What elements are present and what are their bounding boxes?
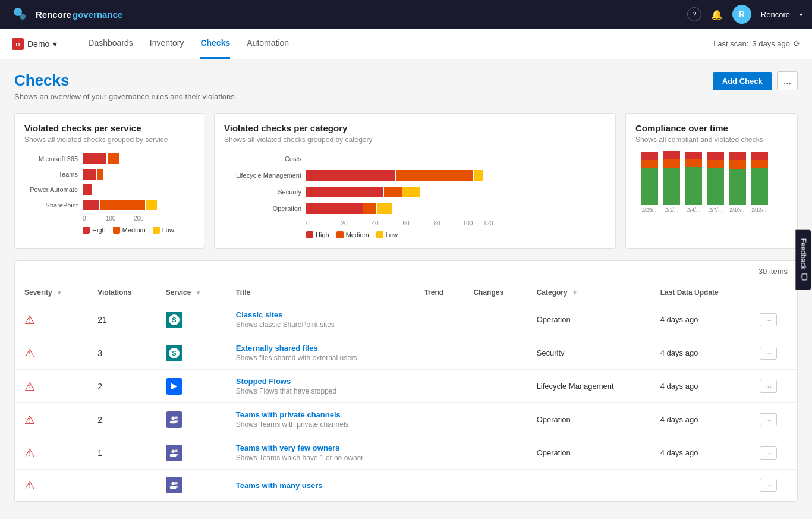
page-title-area: Checks Shows an overview of your governa…: [14, 71, 235, 101]
logo-area: Rencore governance: [10, 4, 680, 25]
refresh-icon[interactable]: ⟳: [794, 39, 800, 48]
severity-cell: ⚠: [15, 470, 88, 501]
last-update-cell: 4 days ago: [651, 436, 750, 470]
check-description: Shows Flows that have stopped: [236, 387, 405, 395]
bar-label: Power Automate: [24, 186, 78, 193]
trend-cell: [414, 370, 464, 403]
page-content: Checks Shows an overview of your governa…: [0, 59, 812, 514]
check-title[interactable]: Externally shared files: [236, 344, 405, 353]
service-cell: [156, 436, 226, 470]
last-update-text: 4 days ago: [660, 315, 698, 324]
check-title[interactable]: Teams with private channels: [236, 410, 405, 419]
check-title[interactable]: Classic sites: [236, 310, 405, 319]
chart-per-category-subtitle: Shows all violated checks grouped by cat…: [224, 136, 606, 144]
severity-high-icon: ⚠: [24, 446, 35, 460]
sharepoint-icon: S: [166, 312, 182, 328]
app-name: Rencore: [36, 10, 71, 20]
violations-count: 2: [97, 415, 102, 424]
severity-cell: ⚠: [15, 370, 88, 403]
compliance-bars: 1/29/... 2/1/... 2/4/...: [635, 153, 788, 213]
feedback-tab[interactable]: Feedback: [796, 229, 811, 290]
table-row: ⚠ 3 S Externally shared files Shows file…: [15, 336, 797, 370]
legend-dot-low: [153, 227, 160, 234]
table-row: ⚠ 2: [15, 403, 797, 436]
last-update-text: 4 days ago: [660, 348, 698, 357]
comp-bar-medium: [641, 160, 658, 168]
severity-high-icon: ⚠: [24, 479, 35, 492]
tab-inventory[interactable]: Inventory: [150, 29, 184, 59]
violations-count: 1: [97, 448, 102, 458]
tab-automation[interactable]: Automation: [247, 29, 289, 59]
category-legend: High Medium Low: [224, 231, 606, 238]
hbar-label: Security: [224, 188, 301, 196]
comp-bar-group-2: 2/1/...: [662, 151, 681, 213]
last-update-cell: 4 days ago: [651, 303, 750, 336]
violations-cell: 3: [88, 336, 156, 370]
user-name[interactable]: Rencore: [761, 10, 790, 19]
check-description: Shows files shared with external users: [236, 354, 405, 362]
severity-high-icon: ⚠: [24, 380, 35, 393]
table-header-row: 30 items: [15, 261, 797, 282]
violations-count: 2: [97, 382, 102, 391]
tab-dashboards[interactable]: Dashboards: [88, 29, 133, 59]
comp-bar-medium: [707, 160, 724, 168]
row-more-button[interactable]: ···: [760, 479, 778, 492]
last-update-text: 4 days ago: [660, 448, 698, 457]
filter-icon[interactable]: ▼: [572, 290, 578, 296]
notification-icon[interactable]: 🔔: [711, 9, 723, 20]
severity-cell: ⚠: [15, 303, 88, 336]
legend-low: Low: [376, 231, 398, 238]
changes-cell: [464, 336, 527, 370]
check-title[interactable]: Stopped Flows: [236, 377, 405, 386]
help-icon[interactable]: ?: [687, 7, 701, 21]
chart-per-service-title: Violated checks per service: [24, 123, 194, 133]
comp-bar-group-1: 1/29/...: [640, 152, 659, 213]
violations-cell: 21: [88, 303, 156, 336]
bar-high: [83, 153, 106, 164]
table-row: ⚠ 21 S Classic sites Shows classic Share…: [15, 303, 797, 336]
more-options-button[interactable]: ...: [777, 71, 798, 90]
col-title: Title: [226, 282, 415, 303]
header-actions: Add Check ...: [713, 71, 798, 90]
row-more-button[interactable]: ···: [760, 446, 778, 460]
tenant-selector[interactable]: O Demo ▾: [12, 38, 57, 50]
comp-label: 2/10/...: [729, 207, 746, 213]
svg-rect-13: [175, 420, 178, 422]
filter-icon[interactable]: ▼: [196, 290, 202, 296]
avatar[interactable]: R: [732, 5, 751, 24]
last-update-cell: 4 days ago: [651, 403, 750, 436]
check-description: Shows Teams with private channels: [236, 420, 405, 429]
bar-chart-service: Microsoft 365 Teams Power Automate: [24, 153, 194, 234]
title-cell: Teams with many users: [226, 470, 415, 501]
row-more-button[interactable]: ···: [760, 380, 778, 393]
svg-point-18: [171, 482, 174, 485]
add-check-button[interactable]: Add Check: [713, 72, 772, 90]
legend-high: High: [83, 227, 106, 234]
violations-count: 21: [97, 315, 107, 325]
checks-table: 30 items Severity ▼ Violations Service ▼…: [14, 260, 798, 502]
service-cell: [156, 470, 226, 501]
last-scan-value: 3 days ago: [752, 39, 790, 48]
item-count: 30 items: [759, 267, 788, 276]
col-category: Category ▼: [527, 282, 651, 303]
check-title[interactable]: Teams with many users: [236, 481, 405, 490]
check-title[interactable]: Teams with very few owners: [236, 443, 405, 452]
category-cell: Operation: [527, 403, 651, 436]
row-more-button[interactable]: ···: [760, 413, 778, 426]
col-actions: [750, 282, 797, 303]
comp-bar-high: [751, 152, 768, 160]
changes-cell: [464, 370, 527, 403]
row-more-button[interactable]: ···: [760, 347, 778, 360]
tab-checks[interactable]: Checks: [200, 29, 230, 59]
legend-low: Low: [153, 227, 174, 234]
hbar-medium: [363, 203, 376, 214]
chart-compliance-title: Compliance over time: [635, 123, 788, 133]
user-chevron-icon[interactable]: ▾: [800, 11, 802, 18]
bar-row-sharepoint: SharePoint: [24, 200, 194, 210]
action-cell: ···: [750, 403, 797, 436]
top-nav: Rencore governance ? 🔔 R Rencore ▾: [0, 0, 812, 29]
hbar-container: [306, 187, 420, 197]
row-more-button[interactable]: ···: [760, 313, 778, 326]
comp-bar-high: [729, 152, 746, 160]
filter-icon[interactable]: ▼: [56, 290, 62, 296]
